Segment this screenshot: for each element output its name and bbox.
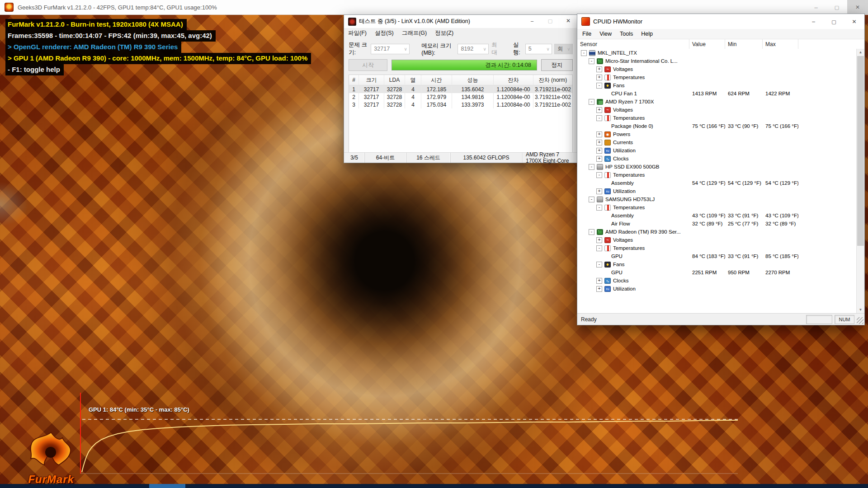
- collapse-icon[interactable]: -: [596, 172, 602, 178]
- expand-icon[interactable]: +: [596, 66, 602, 72]
- hwm-sensor-row[interactable]: +Utilization: [577, 285, 857, 293]
- linx-titlebar[interactable]: 테스트 중 (3/5) - LinX v1.0.0K (AMD Edition): [344, 15, 577, 28]
- memory-size-combo[interactable]: 8192 ∨: [458, 44, 489, 54]
- collapse-icon[interactable]: -: [596, 245, 602, 251]
- resize-grip[interactable]: [857, 317, 863, 324]
- hwm-sensor-row[interactable]: Assembly43 °C (109 °F)33 °C (91 °F)43 °C…: [577, 211, 857, 220]
- minimize-icon[interactable]: [803, 14, 824, 29]
- collapse-icon[interactable]: -: [589, 99, 594, 105]
- hwm-sensor-row[interactable]: -SAMSUNG HD753LJ: [577, 195, 857, 203]
- collapse-icon[interactable]: -: [589, 164, 594, 170]
- hwm-sensor-row[interactable]: -Micro-Star International Co. L...: [577, 57, 857, 65]
- expand-icon[interactable]: +: [596, 188, 602, 194]
- hwm-sensor-row[interactable]: Air Flow32 °C (89 °F)25 °C (77 °F)32 °C …: [577, 220, 857, 228]
- vertical-scrollbar[interactable]: ▲ ▼: [856, 49, 864, 313]
- hwm-menu-tools[interactable]: Tools: [616, 29, 637, 38]
- hwmonitor-titlebar[interactable]: CPUID HWMonitor: [577, 14, 864, 29]
- collapse-icon[interactable]: -: [589, 197, 594, 202]
- col-header[interactable]: 열: [405, 75, 421, 85]
- expand-icon[interactable]: +: [596, 75, 602, 80]
- hwm-sensor-row[interactable]: +Powers: [577, 130, 857, 138]
- hwm-sensor-row[interactable]: +Currents: [577, 138, 857, 146]
- collapse-icon[interactable]: -: [596, 205, 602, 211]
- collapse-icon[interactable]: -: [596, 262, 602, 267]
- scroll-down-icon[interactable]: ▼: [857, 306, 864, 313]
- expand-icon[interactable]: +: [596, 140, 602, 145]
- runs-unit-combo[interactable]: 회 ∨: [554, 44, 573, 54]
- hwm-sensor-row[interactable]: GPU2251 RPM950 RPM2270 RPM: [577, 268, 857, 277]
- hwm-menu-view[interactable]: View: [595, 29, 616, 38]
- linx-table-row[interactable]: 232717327284172.979134.98161.120084e-003…: [349, 93, 572, 101]
- collapse-icon[interactable]: -: [581, 50, 587, 56]
- close-icon[interactable]: [844, 14, 864, 29]
- runs-combo[interactable]: 5 ∨: [525, 44, 552, 54]
- col-header[interactable]: LDA: [384, 75, 405, 85]
- hwm-sensor-row[interactable]: -HP SSD EX900 500GB: [577, 163, 857, 171]
- expand-icon[interactable]: +: [596, 107, 602, 113]
- collapse-icon[interactable]: -: [596, 115, 602, 121]
- hwm-sensor-row[interactable]: Assembly54 °C (129 °F)54 °C (129 °F)54 °…: [577, 179, 857, 187]
- linx-menu-info[interactable]: 정보(Z): [431, 28, 458, 38]
- expand-icon[interactable]: +: [596, 131, 602, 137]
- hwm-sensor-row[interactable]: +Voltages: [577, 65, 857, 73]
- hwm-sensor-row[interactable]: GPU84 °C (183 °F)33 °C (91 °F)85 °C (185…: [577, 252, 857, 260]
- col-header[interactable]: 잔차: [494, 75, 533, 85]
- col-header[interactable]: 성능: [452, 75, 494, 85]
- hwm-sensor-row[interactable]: +Voltages: [577, 236, 857, 244]
- hwm-sensor-row[interactable]: +Voltages: [577, 106, 857, 114]
- hwm-menu-file[interactable]: File: [578, 29, 595, 38]
- linx-menu-settings[interactable]: 설정(S): [371, 28, 398, 38]
- hwm-menu-help[interactable]: Help: [637, 29, 657, 38]
- linx-table-row[interactable]: 132717327284172.185135.60421.120084e-003…: [349, 85, 572, 93]
- col-header-value[interactable]: Value: [689, 39, 725, 49]
- hwm-sensor-row[interactable]: -Temperatures: [577, 244, 857, 252]
- hwm-sensor-row[interactable]: CPU Fan 11413 RPM624 RPM1422 RPM: [577, 89, 857, 98]
- col-header-sensor[interactable]: Sensor: [577, 39, 689, 49]
- collapse-icon[interactable]: -: [589, 229, 594, 235]
- col-header-min[interactable]: Min: [725, 39, 763, 49]
- maximize-icon[interactable]: [824, 14, 844, 29]
- expand-icon[interactable]: +: [596, 237, 602, 243]
- expand-icon[interactable]: +: [596, 156, 602, 162]
- col-header-max[interactable]: Max: [763, 39, 798, 49]
- expand-icon[interactable]: +: [596, 286, 602, 292]
- hwm-sensor-row[interactable]: +Clocks: [577, 277, 857, 285]
- hwm-sensor-row[interactable]: -Fans: [577, 260, 857, 268]
- minimize-icon[interactable]: [523, 14, 541, 28]
- col-header[interactable]: 크기: [359, 75, 384, 85]
- scrollbar-thumb[interactable]: [857, 56, 864, 246]
- runs-unit-value: 회: [557, 45, 563, 53]
- stop-button[interactable]: 정지: [541, 59, 573, 71]
- hwm-sensor-row[interactable]: -MKL_INTEL_ITX: [577, 49, 857, 57]
- hwm-sensor-row[interactable]: -Temperatures: [577, 171, 857, 179]
- hwm-sensor-row[interactable]: +Utilization: [577, 187, 857, 195]
- hwm-sensor-row[interactable]: -Temperatures: [577, 114, 857, 122]
- hwm-sensor-row[interactable]: +Clocks: [577, 155, 857, 163]
- taskbar-edge[interactable]: [0, 484, 868, 488]
- minimize-icon[interactable]: [806, 0, 826, 14]
- hwm-sensor-row[interactable]: -AMD Radeon (TM) R9 390 Ser...: [577, 228, 857, 236]
- linx-menu-graph[interactable]: 그래프(G): [398, 28, 431, 38]
- scroll-up-icon[interactable]: ▲: [857, 49, 864, 56]
- col-header[interactable]: 잔차 (norm): [533, 75, 572, 85]
- maximize-icon[interactable]: [826, 0, 847, 14]
- col-header[interactable]: #: [349, 75, 359, 85]
- col-header[interactable]: 시간: [421, 75, 452, 85]
- expand-icon[interactable]: +: [596, 278, 602, 284]
- linx-menu-file[interactable]: 파일(F): [344, 28, 371, 38]
- hwmonitor-column-header: Sensor Value Min Max: [577, 39, 864, 49]
- problem-size-combo[interactable]: 32717 ∨: [371, 44, 410, 54]
- hwm-sensor-row[interactable]: Package (Node 0)75 °C (166 °F)33 °C (90 …: [577, 122, 857, 130]
- close-icon[interactable]: [847, 0, 868, 14]
- close-icon[interactable]: [559, 14, 577, 28]
- hwm-sensor-row[interactable]: -Temperatures: [577, 203, 857, 211]
- hwm-sensor-row[interactable]: -AMD Ryzen 7 1700X: [577, 98, 857, 106]
- collapse-icon[interactable]: -: [589, 58, 594, 64]
- sensor-label: AMD Radeon (TM) R9 390 Ser...: [605, 229, 681, 235]
- hwm-sensor-row[interactable]: -Fans: [577, 81, 857, 89]
- hwm-sensor-row[interactable]: +Utilization: [577, 146, 857, 155]
- collapse-icon[interactable]: -: [596, 83, 602, 89]
- linx-table-row[interactable]: 332717327284175.034133.39731.120084e-003…: [349, 101, 572, 108]
- hwm-sensor-row[interactable]: +Temperatures: [577, 73, 857, 81]
- expand-icon[interactable]: +: [596, 148, 602, 154]
